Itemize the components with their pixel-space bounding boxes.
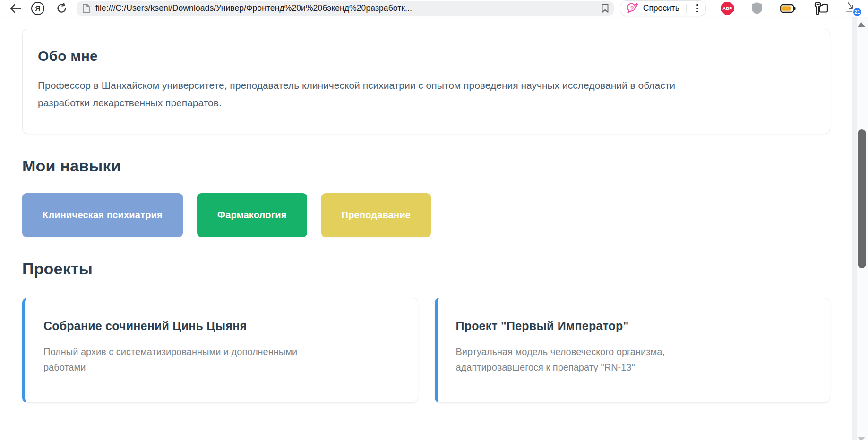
ask-button[interactable]: Спросить (643, 3, 679, 13)
kebab-icon (696, 4, 698, 13)
extensions-cluster: ABP 21 (721, 1, 863, 16)
skills-badges: Клиническая психиатрия Фармакология Преп… (22, 193, 830, 237)
project-description: Виртуальная модель человеческого организ… (456, 344, 811, 376)
skills-section-title: Мои навыки (22, 157, 830, 175)
project-title: Собрание сочинений Цинь Цыяня (43, 319, 399, 333)
scroll-down-arrow[interactable] (858, 437, 865, 440)
browser-toolbar: Я file:///C:/Users/kseni/Downloads/Униве… (0, 0, 868, 17)
project-description: Полный архив с систематизированными и до… (43, 344, 399, 376)
url-text[interactable]: file:///C:/Users/kseni/Downloads/Универ/… (95, 3, 596, 13)
about-title: Обо мне (38, 48, 812, 64)
reload-button[interactable] (55, 2, 68, 15)
battery-icon[interactable] (780, 4, 796, 13)
reload-icon (56, 3, 67, 14)
ask-ai-icon: ? (627, 3, 639, 14)
svg-text:?: ? (630, 5, 634, 11)
back-arrow-icon (10, 4, 21, 13)
protect-shield-icon[interactable] (751, 2, 763, 15)
projects-section-title: Проекты (22, 260, 830, 278)
scrollbar-track-band (852, 17, 857, 440)
projects-grid: Собрание сочинений Цинь Цыяня Полный арх… (22, 298, 830, 403)
adblock-plus-icon[interactable]: ABP (721, 2, 734, 15)
project-card-collection: Собрание сочинений Цинь Цыяня Полный арх… (22, 298, 418, 403)
about-card: Обо мне Профессор в Шанхайском университ… (22, 29, 830, 134)
download-count-badge: 21 (852, 7, 862, 17)
page-file-icon (82, 4, 90, 13)
toolbar-separator (713, 3, 713, 14)
skill-badge-pharmacology: Фармакология (197, 193, 307, 237)
yandex-button[interactable]: Я (31, 2, 44, 15)
back-button[interactable] (9, 1, 23, 16)
scrollbar-thumb[interactable] (858, 129, 866, 268)
ask-pill: ? Спросить (620, 0, 706, 16)
menu-kebab-button[interactable] (691, 2, 704, 15)
page-viewport: Обо мне Профессор в Шанхайском университ… (0, 17, 852, 440)
scroll-up-arrow[interactable] (858, 22, 865, 27)
yandex-icon: Я (35, 4, 41, 12)
password-manager-icon[interactable] (813, 2, 828, 15)
vertical-scrollbar[interactable] (852, 17, 868, 440)
address-bar[interactable]: file:///C:/Users/kseni/Downloads/Универ/… (77, 1, 614, 16)
bookmark-icon[interactable] (601, 3, 609, 13)
skill-badge-psychiatry: Клиническая психиатрия (22, 193, 183, 237)
about-text: Профессор в Шанхайском университете, пре… (38, 77, 812, 112)
pill-divider (686, 4, 687, 13)
downloads-button[interactable]: 21 (845, 1, 860, 16)
project-card-first-emperor: Проект "Первый Император" Виртуальная мо… (435, 298, 831, 403)
project-title: Проект "Первый Император" (456, 319, 811, 333)
skill-badge-teaching: Преподавание (321, 193, 431, 237)
